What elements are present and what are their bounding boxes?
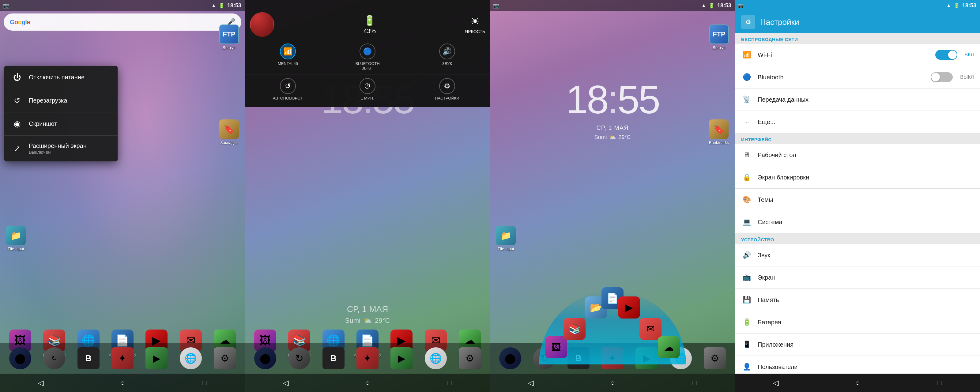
dock-chrome-p2[interactable]: 🌐 bbox=[425, 347, 447, 369]
settings-sound-item[interactable]: 🔊 Звук bbox=[735, 244, 980, 266]
settings-system-item[interactable]: 💻 Система bbox=[735, 211, 980, 233]
ftp-icon-p1[interactable]: FTP Доступ bbox=[219, 24, 239, 50]
battery-percentage: 43% bbox=[364, 27, 376, 35]
fileinput-icon-p1[interactable]: 📁 File Input bbox=[6, 226, 26, 251]
themes-settings-label: Темы bbox=[758, 196, 974, 203]
extended-screen-item[interactable]: ⤢ Расширенный экран Выключен bbox=[4, 135, 118, 161]
bluetooth-settings-icon: 🔵 bbox=[741, 72, 752, 83]
memory-settings-label: Память bbox=[758, 296, 974, 303]
dock-bold-p1[interactable]: B bbox=[78, 347, 100, 369]
notif-timer-toggle[interactable]: ⏱ 1 МИН. bbox=[352, 78, 383, 100]
nav-recent-p4[interactable]: □ bbox=[930, 377, 948, 389]
reboot-label: Перезагрузка bbox=[29, 97, 67, 104]
nav-recent-p1[interactable]: □ bbox=[195, 377, 213, 389]
settings-dataplan-item[interactable]: 📡 Передача данных bbox=[735, 89, 980, 111]
dock-settings-p1[interactable]: ⚙ bbox=[214, 347, 236, 369]
status-bar-p3: 📷 ▲ 🔋 18:53 bbox=[490, 0, 735, 11]
status-time-p1: 18:53 bbox=[227, 2, 241, 9]
settings-header-icon: ⚙ bbox=[741, 15, 755, 29]
nav-home-p1[interactable]: ○ bbox=[113, 377, 132, 389]
settings-bluetooth-item[interactable]: 🔵 Bluetooth ВЫКЛ bbox=[735, 66, 980, 89]
circ-youtube[interactable]: ▶ bbox=[618, 296, 640, 319]
settings-wifi-item[interactable]: 📶 Wi-Fi ВКЛ bbox=[735, 44, 980, 66]
section-wireless-label: БЕСПРОВОДНЫЕ СЕТИ bbox=[735, 33, 980, 44]
reboot-item[interactable]: ↺ Перезагрузка bbox=[4, 89, 118, 112]
bookmarks-icon-p3[interactable]: 🔖 Bookmarks bbox=[709, 120, 729, 145]
dock-nova-p2[interactable]: ✦ bbox=[356, 347, 379, 369]
screenshot-label: Скриншот bbox=[29, 120, 57, 127]
settings-desktop-item[interactable]: 🖥 Рабочий стол bbox=[735, 144, 980, 166]
settings-status-bar: 📷 ▲ 🔋 18:53 bbox=[735, 0, 980, 11]
dock-ring-p1[interactable]: ⬤ bbox=[9, 347, 31, 369]
weather-city-p2: Sumi bbox=[345, 317, 360, 325]
power-off-item[interactable]: ⏻ Отключить питание bbox=[4, 66, 118, 89]
settings-more-item[interactable]: ··· Ещё... bbox=[735, 111, 980, 133]
nav-back-p1[interactable]: ◁ bbox=[32, 377, 50, 389]
notif-bluetooth-toggle[interactable]: 🔵 BLUETOOTH ВЫКЛ. bbox=[352, 43, 383, 70]
sound-settings-icon: 🔊 bbox=[741, 250, 752, 261]
notif-sound-toggle[interactable]: 🔊 ЗВУК bbox=[432, 43, 463, 70]
dataplan-settings-icon: 📡 bbox=[741, 94, 752, 105]
settings-status-left: 📷 bbox=[738, 3, 743, 8]
bottom-dock-p2: ⬤ ↻ B ✦ ▶ 🌐 ⚙ bbox=[245, 343, 490, 374]
clock-date-p2: СР, 1 МАЯ bbox=[245, 304, 490, 314]
wifi-toggle-label: ВКЛ bbox=[965, 52, 974, 57]
extended-screen-sub: Выключен bbox=[29, 150, 87, 155]
circ-cloudsms[interactable]: ☁ bbox=[658, 336, 680, 358]
dock-play-p2[interactable]: ▶ bbox=[390, 347, 412, 369]
brightness-control[interactable]: ☀ ЯРКОСТЬ bbox=[465, 15, 485, 34]
settings-memory-item[interactable]: 💾 Память bbox=[735, 289, 980, 311]
status-time-p3: 18:53 bbox=[717, 2, 731, 9]
photo-icon: 📷 bbox=[3, 3, 9, 9]
notif-profile bbox=[250, 12, 274, 37]
circ-ebook-icon: 📚 bbox=[563, 318, 585, 340]
nav-home-p3[interactable]: ○ bbox=[603, 377, 622, 389]
screenshot-icon: ◉ bbox=[12, 119, 23, 129]
nav-home-p4[interactable]: ○ bbox=[848, 377, 867, 389]
weather-temp-p2: 29°C bbox=[375, 317, 390, 325]
bookmarks-icon-p1[interactable]: 🔖 Закладки bbox=[219, 120, 239, 145]
nav-recent-p3[interactable]: □ bbox=[685, 377, 703, 389]
circ-ebook[interactable]: 📚 bbox=[563, 318, 585, 340]
dock-play-p1[interactable]: ▶ bbox=[145, 347, 167, 369]
nav-back-p2[interactable]: ◁ bbox=[277, 377, 295, 389]
dock-bold-p2[interactable]: B bbox=[323, 347, 345, 369]
settings-battery-item[interactable]: 🔋 Батарея bbox=[735, 311, 980, 333]
nav-home-p2[interactable]: ○ bbox=[358, 377, 377, 389]
notif-wifi-toggle[interactable]: 📶 MENTAL45 bbox=[272, 43, 303, 70]
dock-helium-p2[interactable]: ↻ bbox=[288, 347, 310, 369]
dock-helium-p1[interactable]: ↻ bbox=[43, 347, 65, 369]
settings-apps-item[interactable]: 📱 Приложения bbox=[735, 333, 980, 356]
dock-nova-p1[interactable]: ✦ bbox=[111, 347, 134, 369]
dock-chrome-p1[interactable]: 🌐 bbox=[180, 347, 202, 369]
dock-settings-p2[interactable]: ⚙ bbox=[459, 347, 481, 369]
dock-ring-p3[interactable]: ⬤ bbox=[499, 347, 521, 369]
screen-settings-label: Экран bbox=[758, 274, 974, 281]
lockscreen-settings-label: Экран блокировки bbox=[758, 174, 974, 181]
settings-lockscreen-item[interactable]: 🔒 Экран блокировки bbox=[735, 166, 980, 189]
notif-autorotate-toggle[interactable]: ↺ АВТОПОВОРОТ bbox=[272, 78, 303, 100]
dock-settings-p3[interactable]: ⚙ bbox=[704, 347, 726, 369]
wifi-toggle[interactable] bbox=[935, 50, 957, 60]
status-bar-left-p1: 📷 bbox=[3, 3, 9, 9]
power-off-label: Отключить питание bbox=[29, 74, 84, 81]
nav-back-p3[interactable]: ◁ bbox=[522, 377, 540, 389]
fileinput-icon-p3[interactable]: 📁 File Input bbox=[496, 226, 516, 251]
apps-settings-label: Приложения bbox=[758, 341, 974, 348]
nav-back-p4[interactable]: ◁ bbox=[767, 377, 785, 389]
dataplan-settings-label: Передача данных bbox=[758, 96, 974, 103]
sound-toggle-label: ЗВУК bbox=[442, 61, 452, 66]
photo-icon-p3: 📷 bbox=[493, 3, 499, 9]
search-bar-p1[interactable]: Google 🎤 bbox=[4, 13, 241, 30]
ftp-icon-p3[interactable]: FTP Доступ bbox=[709, 24, 729, 50]
screenshot-item[interactable]: ◉ Скриншот bbox=[4, 112, 118, 135]
bluetooth-toggle[interactable] bbox=[931, 72, 953, 82]
nav-recent-p2[interactable]: □ bbox=[440, 377, 458, 389]
settings-title: Настройки bbox=[760, 18, 799, 27]
section-interface-label: ИНТЕРФЕЙС bbox=[735, 133, 980, 144]
dock-ring-p2[interactable]: ⬤ bbox=[254, 347, 276, 369]
settings-themes-item[interactable]: 🎨 Темы bbox=[735, 189, 980, 211]
settings-screen-item[interactable]: 📺 Экран bbox=[735, 266, 980, 289]
battery-settings-icon: 🔋 bbox=[741, 317, 752, 328]
notif-settings-toggle[interactable]: ⚙ НАСТРОЙКИ bbox=[432, 78, 463, 100]
